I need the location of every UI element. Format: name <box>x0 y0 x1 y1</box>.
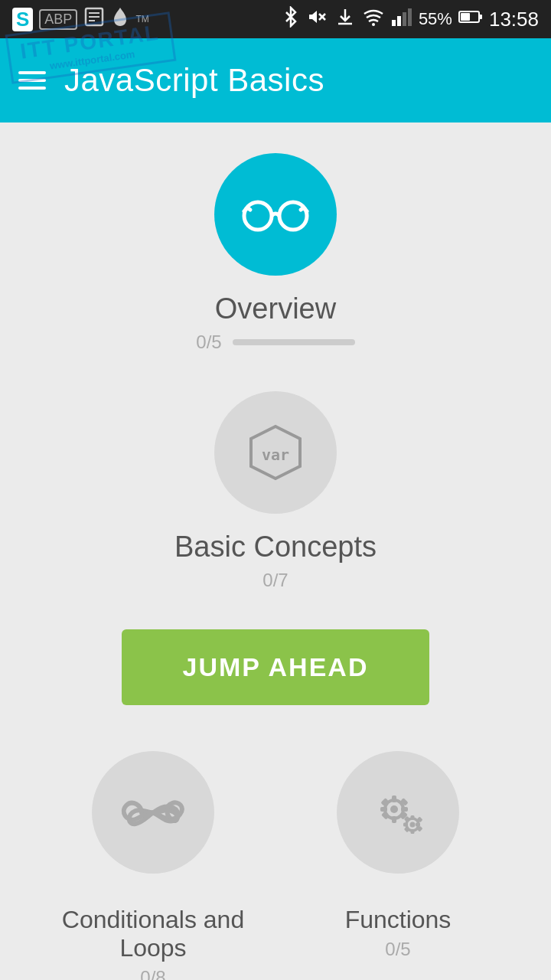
overview-title: Overview <box>215 292 336 325</box>
svg-point-16 <box>279 202 307 230</box>
status-bar: S ABP TM 55% 13:58 <box>0 0 551 38</box>
svg-rect-14 <box>479 15 482 19</box>
bottom-row: Conditionals and Loops 0/8 <box>15 751 536 980</box>
note-icon <box>83 6 105 32</box>
clock-time: 13:58 <box>489 8 539 31</box>
jump-ahead-button[interactable]: JUMP AHEAD <box>122 629 430 705</box>
svg-rect-32 <box>411 829 415 834</box>
status-right-icons: 55% 13:58 <box>282 6 539 32</box>
battery-percent: 55% <box>419 9 452 29</box>
svg-rect-27 <box>381 812 390 820</box>
tm-badge: TM <box>135 14 148 24</box>
status-left-icons: S ABP TM <box>12 6 149 32</box>
overview-icon-circle[interactable] <box>214 153 337 276</box>
conditionals-loops-title: Conditionals and Loops <box>31 906 276 962</box>
basic-concepts-section[interactable]: var Basic Concepts 0/7 <box>174 391 377 591</box>
app-bar: JavaScript Basics <box>0 38 551 122</box>
flame-icon <box>111 6 129 32</box>
svg-rect-23 <box>380 807 387 812</box>
mute-icon <box>305 6 328 32</box>
conditionals-loops-section[interactable]: Conditionals and Loops 0/8 <box>31 751 276 980</box>
wifi-icon <box>362 6 385 32</box>
basic-concepts-icon-circle[interactable]: var <box>214 391 337 514</box>
svg-rect-21 <box>392 795 396 802</box>
basic-concepts-progress: 0/7 <box>262 570 288 591</box>
functions-title: Functions <box>345 906 452 934</box>
var-icon: var <box>245 422 306 483</box>
svg-rect-13 <box>461 13 470 21</box>
download-icon <box>334 6 356 32</box>
conditionals-loops-progress: 0/8 <box>140 967 165 980</box>
svg-rect-8 <box>392 20 396 26</box>
bluetooth-icon <box>282 6 299 32</box>
svg-rect-33 <box>403 823 408 827</box>
abp-icon: ABP <box>39 9 77 30</box>
overview-section[interactable]: Overview 0/5 <box>196 153 354 353</box>
svg-rect-10 <box>403 12 406 26</box>
functions-section[interactable]: Functions 0/5 <box>276 751 520 980</box>
svg-point-15 <box>244 202 272 230</box>
functions-progress: 0/5 <box>385 939 410 960</box>
svg-point-30 <box>410 822 416 828</box>
functions-icon-circle[interactable] <box>337 751 459 874</box>
battery-icon <box>458 9 483 29</box>
gear-icon <box>364 782 432 843</box>
menu-button[interactable] <box>18 71 46 90</box>
svg-rect-9 <box>397 16 401 26</box>
overview-progress: 0/5 <box>196 332 354 353</box>
infinity-icon <box>119 792 187 834</box>
svg-rect-34 <box>416 823 420 827</box>
s-app-icon: S <box>12 8 33 31</box>
svg-rect-22 <box>392 816 396 823</box>
svg-rect-37 <box>404 826 410 832</box>
svg-point-20 <box>390 805 398 813</box>
main-content: Overview 0/5 var Basic Concepts 0/7 JUMP… <box>0 122 551 980</box>
svg-rect-11 <box>408 8 412 26</box>
signal-icon <box>391 6 412 32</box>
svg-rect-24 <box>401 807 408 812</box>
svg-point-7 <box>372 23 375 26</box>
svg-rect-31 <box>411 815 415 820</box>
overview-progress-bar <box>233 339 355 345</box>
svg-text:var: var <box>262 446 289 464</box>
conditionals-icon-circle[interactable] <box>92 751 214 874</box>
page-title: JavaScript Basics <box>64 62 324 99</box>
glasses-icon <box>241 191 310 237</box>
basic-concepts-title: Basic Concepts <box>174 531 377 564</box>
